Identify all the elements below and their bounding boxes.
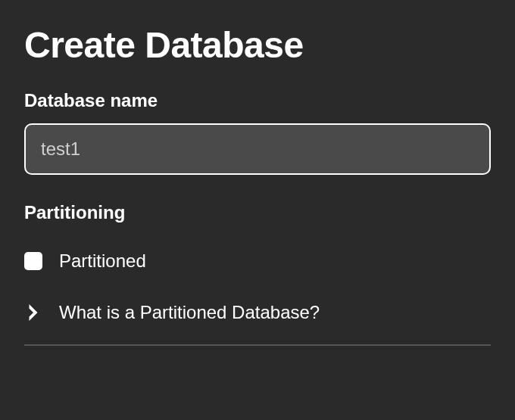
partitioned-checkbox-label: Partitioned: [59, 250, 146, 272]
page-title: Create Database: [24, 24, 491, 66]
partitioned-help-toggle[interactable]: What is a Partitioned Database?: [24, 302, 491, 323]
partitioning-section-label: Partitioning: [24, 202, 491, 223]
partitioned-checkbox-row[interactable]: Partitioned: [24, 250, 491, 272]
partitioned-checkbox[interactable]: [24, 252, 42, 270]
database-name-label: Database name: [24, 90, 491, 111]
database-name-input[interactable]: [24, 123, 491, 175]
chevron-right-icon: [24, 303, 42, 322]
divider: [24, 344, 491, 346]
partitioned-help-label: What is a Partitioned Database?: [59, 302, 320, 323]
